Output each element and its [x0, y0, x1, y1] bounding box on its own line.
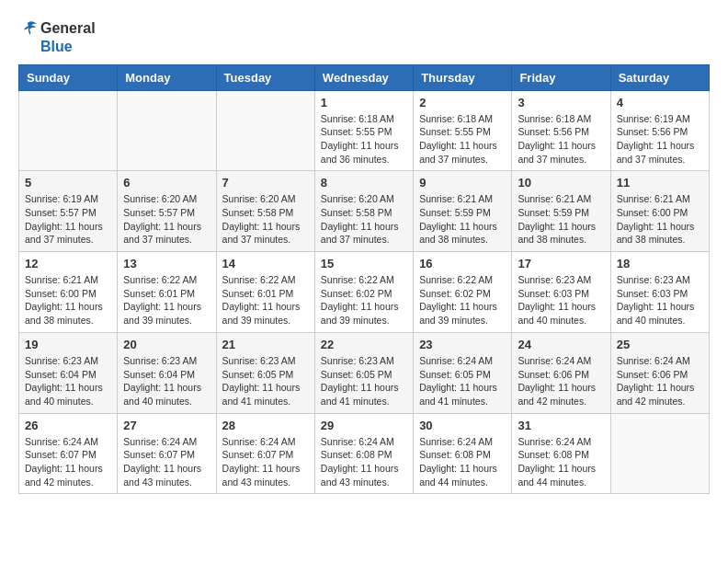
day-info: Sunrise: 6:20 AM Sunset: 5:57 PM Dayligh… [123, 192, 210, 247]
day-info: Sunrise: 6:19 AM Sunset: 5:56 PM Dayligh… [617, 112, 703, 167]
calendar-cell: 10Sunrise: 6:21 AM Sunset: 5:59 PM Dayli… [512, 171, 610, 252]
calendar-cell: 29Sunrise: 6:24 AM Sunset: 6:08 PM Dayli… [314, 413, 413, 494]
calendar-cell: 21Sunrise: 6:23 AM Sunset: 6:05 PM Dayli… [216, 332, 314, 413]
week-row-3: 12Sunrise: 6:21 AM Sunset: 6:00 PM Dayli… [19, 252, 710, 333]
day-info: Sunrise: 6:24 AM Sunset: 6:06 PM Dayligh… [617, 354, 703, 408]
day-info: Sunrise: 6:24 AM Sunset: 6:08 PM Dayligh… [419, 435, 506, 489]
calendar-cell: 23Sunrise: 6:24 AM Sunset: 6:05 PM Dayli… [414, 332, 512, 413]
day-number: 18 [617, 257, 703, 270]
logo-blue-text: Blue [40, 39, 96, 55]
calendar-cell: 15Sunrise: 6:22 AM Sunset: 6:02 PM Dayli… [314, 252, 413, 333]
day-info: Sunrise: 6:19 AM Sunset: 5:57 PM Dayligh… [25, 192, 111, 247]
day-number: 8 [321, 176, 407, 190]
day-info: Sunrise: 6:21 AM Sunset: 5:59 PM Dayligh… [419, 192, 506, 247]
logo-bird-icon [18, 18, 39, 39]
calendar-cell: 28Sunrise: 6:24 AM Sunset: 6:07 PM Dayli… [216, 413, 314, 494]
day-number: 1 [321, 96, 407, 109]
calendar-cell: 25Sunrise: 6:24 AM Sunset: 6:06 PM Dayli… [610, 332, 709, 413]
day-info: Sunrise: 6:23 AM Sunset: 6:04 PM Dayligh… [25, 354, 111, 408]
day-number: 6 [123, 176, 210, 190]
calendar-cell: 26Sunrise: 6:24 AM Sunset: 6:07 PM Dayli… [19, 413, 118, 494]
day-info: Sunrise: 6:18 AM Sunset: 5:56 PM Dayligh… [518, 112, 604, 167]
week-row-2: 5Sunrise: 6:19 AM Sunset: 5:57 PM Daylig… [19, 171, 710, 252]
week-row-1: 1Sunrise: 6:18 AM Sunset: 5:55 PM Daylig… [19, 90, 710, 171]
day-info: Sunrise: 6:21 AM Sunset: 6:00 PM Dayligh… [25, 273, 111, 327]
day-number: 16 [419, 257, 506, 270]
day-info: Sunrise: 6:22 AM Sunset: 6:02 PM Dayligh… [419, 273, 506, 327]
calendar-table: SundayMondayTuesdayWednesdayThursdayFrid… [18, 64, 710, 495]
day-number: 23 [419, 338, 506, 351]
day-info: Sunrise: 6:22 AM Sunset: 6:02 PM Dayligh… [321, 273, 407, 327]
calendar-cell: 2Sunrise: 6:18 AM Sunset: 5:55 PM Daylig… [414, 90, 512, 171]
day-number: 5 [25, 176, 111, 190]
day-info: Sunrise: 6:22 AM Sunset: 6:01 PM Dayligh… [123, 273, 210, 327]
logo-general-text: General [40, 20, 96, 37]
calendar-cell: 20Sunrise: 6:23 AM Sunset: 6:04 PM Dayli… [118, 332, 216, 413]
day-number: 15 [321, 257, 407, 270]
calendar-cell: 3Sunrise: 6:18 AM Sunset: 5:56 PM Daylig… [512, 90, 610, 171]
calendar-cell: 6Sunrise: 6:20 AM Sunset: 5:57 PM Daylig… [118, 171, 216, 252]
calendar-cell: 13Sunrise: 6:22 AM Sunset: 6:01 PM Dayli… [118, 252, 216, 333]
calendar-cell [19, 90, 118, 171]
day-number: 10 [518, 176, 604, 190]
day-info: Sunrise: 6:23 AM Sunset: 6:03 PM Dayligh… [617, 273, 703, 327]
calendar-cell: 7Sunrise: 6:20 AM Sunset: 5:58 PM Daylig… [216, 171, 314, 252]
day-info: Sunrise: 6:23 AM Sunset: 6:05 PM Dayligh… [222, 354, 309, 408]
weekday-header-row: SundayMondayTuesdayWednesdayThursdayFrid… [19, 64, 710, 90]
day-number: 13 [123, 257, 210, 270]
calendar-cell [216, 90, 314, 171]
weekday-header-thursday: Thursday [414, 64, 512, 90]
day-number: 19 [25, 338, 111, 351]
week-row-4: 19Sunrise: 6:23 AM Sunset: 6:04 PM Dayli… [19, 332, 710, 413]
calendar-cell: 30Sunrise: 6:24 AM Sunset: 6:08 PM Dayli… [414, 413, 512, 494]
calendar-cell: 14Sunrise: 6:22 AM Sunset: 6:01 PM Dayli… [216, 252, 314, 333]
day-number: 3 [518, 96, 604, 109]
weekday-header-tuesday: Tuesday [216, 64, 314, 90]
day-number: 26 [25, 419, 111, 432]
calendar-cell [118, 90, 216, 171]
day-info: Sunrise: 6:18 AM Sunset: 5:55 PM Dayligh… [321, 112, 407, 167]
calendar-cell: 18Sunrise: 6:23 AM Sunset: 6:03 PM Dayli… [610, 252, 709, 333]
day-number: 9 [419, 176, 506, 190]
logo: General Blue [18, 18, 96, 55]
calendar-cell [610, 413, 709, 494]
calendar-cell: 5Sunrise: 6:19 AM Sunset: 5:57 PM Daylig… [19, 171, 118, 252]
weekday-header-sunday: Sunday [19, 64, 118, 90]
day-info: Sunrise: 6:21 AM Sunset: 6:00 PM Dayligh… [617, 192, 703, 247]
weekday-header-wednesday: Wednesday [314, 64, 413, 90]
day-number: 27 [123, 419, 210, 432]
day-info: Sunrise: 6:18 AM Sunset: 5:55 PM Dayligh… [419, 112, 506, 167]
calendar-cell: 31Sunrise: 6:24 AM Sunset: 6:08 PM Dayli… [512, 413, 610, 494]
day-info: Sunrise: 6:24 AM Sunset: 6:07 PM Dayligh… [123, 435, 210, 489]
day-number: 2 [419, 96, 506, 109]
day-number: 17 [518, 257, 604, 270]
calendar-cell: 9Sunrise: 6:21 AM Sunset: 5:59 PM Daylig… [414, 171, 512, 252]
day-number: 14 [222, 257, 309, 270]
day-info: Sunrise: 6:22 AM Sunset: 6:01 PM Dayligh… [222, 273, 309, 327]
weekday-header-monday: Monday [118, 64, 216, 90]
day-info: Sunrise: 6:23 AM Sunset: 6:03 PM Dayligh… [518, 273, 604, 327]
day-info: Sunrise: 6:24 AM Sunset: 6:06 PM Dayligh… [518, 354, 604, 408]
calendar-cell: 4Sunrise: 6:19 AM Sunset: 5:56 PM Daylig… [610, 90, 709, 171]
calendar-cell: 1Sunrise: 6:18 AM Sunset: 5:55 PM Daylig… [314, 90, 413, 171]
day-number: 12 [25, 257, 111, 270]
day-number: 24 [518, 338, 604, 351]
calendar-cell: 27Sunrise: 6:24 AM Sunset: 6:07 PM Dayli… [118, 413, 216, 494]
day-info: Sunrise: 6:24 AM Sunset: 6:08 PM Dayligh… [321, 435, 407, 489]
day-number: 25 [617, 338, 703, 351]
day-info: Sunrise: 6:24 AM Sunset: 6:07 PM Dayligh… [25, 435, 111, 489]
weekday-header-friday: Friday [512, 64, 610, 90]
calendar-cell: 16Sunrise: 6:22 AM Sunset: 6:02 PM Dayli… [414, 252, 512, 333]
day-number: 22 [321, 338, 407, 351]
day-number: 20 [123, 338, 210, 351]
day-info: Sunrise: 6:23 AM Sunset: 6:05 PM Dayligh… [321, 354, 407, 408]
day-number: 4 [617, 96, 703, 109]
day-info: Sunrise: 6:20 AM Sunset: 5:58 PM Dayligh… [222, 192, 309, 247]
day-info: Sunrise: 6:24 AM Sunset: 6:07 PM Dayligh… [222, 435, 309, 489]
page-header: General Blue [18, 18, 710, 55]
calendar-cell: 11Sunrise: 6:21 AM Sunset: 6:00 PM Dayli… [610, 171, 709, 252]
calendar-cell: 8Sunrise: 6:20 AM Sunset: 5:58 PM Daylig… [314, 171, 413, 252]
calendar-cell: 19Sunrise: 6:23 AM Sunset: 6:04 PM Dayli… [19, 332, 118, 413]
day-number: 29 [321, 419, 407, 432]
day-number: 30 [419, 419, 506, 432]
